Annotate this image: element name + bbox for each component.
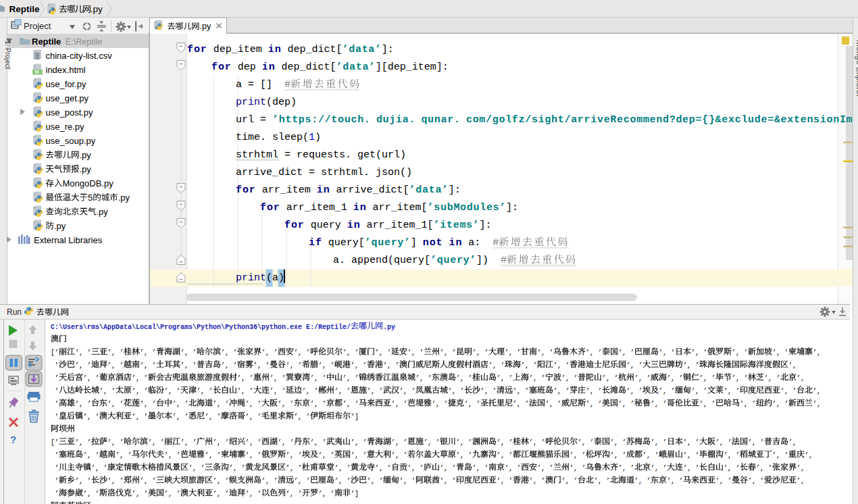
- svg-text:arrive_dict = strhtml.json(): arrive_dict = strhtml.json(): [187, 167, 412, 178]
- svg-text:’, ’: ’, ’: [107, 439, 124, 447]
- svg-text:’, ’: ’, ’: [107, 349, 124, 357]
- svg-text:’, ’: ’, ’: [278, 401, 294, 408]
- svg-text:’, ’: ’, ’: [221, 362, 237, 370]
- svg-text:’, ’: ’, ’: [699, 375, 715, 382]
- svg-text:’, ’: ’, ’: [261, 478, 278, 485]
- svg-text:’, ’: ’, ’: [529, 478, 545, 485]
- svg-text:’, ’: ’, ’: [772, 401, 788, 408]
- svg-text:’, ’: ’, ’: [351, 452, 367, 459]
- svg-text:’, ’: ’, ’: [140, 478, 156, 485]
- svg-text:’, ’: ’, ’: [399, 478, 415, 485]
- svg-text:’, ’: ’, ’: [310, 375, 326, 382]
- svg-text:’, ’: ’, ’: [83, 452, 99, 459]
- svg-text:’, ’: ’, ’: [334, 465, 351, 472]
- svg-text:’, ’: ’, ’: [302, 388, 318, 395]
- svg-text:’, ’: ’, ’: [213, 478, 229, 485]
- svg-text:’, ’: ’, ’: [375, 465, 391, 472]
- svg-text:’, ’: ’, ’: [724, 388, 740, 395]
- svg-text:’, ’: ’, ’: [180, 349, 197, 357]
- svg-text:’, ’: ’, ’: [472, 465, 488, 472]
- svg-text:’, ’: ’, ’: [334, 388, 351, 395]
- svg-text:’, ’: ’, ’: [188, 465, 205, 472]
- svg-text:’, ’: ’, ’: [367, 388, 383, 395]
- svg-text:’, ’: ’, ’: [383, 362, 399, 370]
- svg-text:’, ’: ’, ’: [286, 452, 302, 459]
- svg-text:’: ’: [55, 478, 59, 485]
- svg-text:H: H: [35, 70, 39, 74]
- svg-text:Mongo Explorer: Mongo Explorer: [855, 40, 858, 97]
- svg-text:’, ’: ’, ’: [456, 375, 472, 382]
- svg-text:.py: .py: [80, 150, 92, 160]
- svg-text:’,: ’,: [813, 388, 821, 395]
- svg-text:5: 5: [88, 193, 93, 203]
- svg-text:Reptile: Reptile: [32, 36, 61, 47]
- svg-text:’,: ’,: [813, 349, 821, 357]
- svg-text:’, ’: ’, ’: [294, 478, 310, 485]
- svg-text:’, ’: ’, ’: [732, 349, 748, 357]
- svg-text:’, ’: ’, ’: [132, 413, 148, 421]
- svg-text:’, ’: ’, ’: [497, 439, 513, 447]
- svg-text:.py: .py: [54, 221, 66, 231]
- svg-text:’, ’: ’, ’: [691, 349, 707, 357]
- svg-text:’]: ’]: [351, 413, 359, 421]
- svg-text:’, ’: ’, ’: [399, 388, 415, 395]
- svg-text:for dep_item in dep_dict[’data: for dep_item in dep_dict[’data’]:: [187, 44, 394, 55]
- svg-text:’, ’: ’, ’: [343, 375, 359, 382]
- svg-text:’, ’: ’, ’: [286, 465, 302, 472]
- svg-text:’, ’: ’, ’: [294, 349, 310, 357]
- svg-text:’, ’: ’, ’: [553, 362, 570, 370]
- svg-text:’, ’: ’, ’: [91, 465, 107, 472]
- svg-text:’, ’: ’, ’: [83, 490, 99, 498]
- svg-text:for dep in dep_dict[’data’][de: for dep in dep_dict[’data’][dep_item]:: [187, 61, 449, 73]
- svg-text:.py: .py: [97, 207, 109, 217]
- svg-text:’, ’: ’, ’: [553, 388, 570, 395]
- svg-text:’, ’: ’, ’: [699, 401, 715, 408]
- svg-text:’, ’: ’, ’: [651, 439, 667, 447]
- svg-text:’, ’: ’, ’: [626, 362, 642, 370]
- svg-text:’, ’: ’, ’: [391, 452, 407, 459]
- svg-text:’, ’: ’, ’: [294, 413, 310, 421]
- svg-text:’, ’: ’, ’: [75, 401, 91, 408]
- svg-text:’, ’: ’, ’: [221, 349, 237, 357]
- svg-text:’, ’: ’, ’: [642, 452, 659, 459]
- svg-text:if query[’query’] not in a: #: if query[’query’] not in a: #: [187, 237, 499, 249]
- svg-text:’, ’: ’, ’: [683, 452, 699, 459]
- svg-text:’, ’: ’, ’: [245, 490, 261, 498]
- svg-text:MongoDB.py: MongoDB.py: [63, 178, 114, 188]
- svg-text:’, ’: ’, ’: [618, 401, 634, 408]
- svg-text:’, ’: ’, ’: [440, 478, 456, 485]
- svg-text:’, ’: ’, ’: [748, 439, 764, 447]
- svg-text:a.append(query[’query’]) #: a.append(query[’query’]) #: [187, 255, 507, 266]
- svg-text:’, ’: ’, ’: [732, 375, 748, 382]
- svg-text:’, ’: ’, ’: [75, 439, 91, 447]
- svg-text:’, ’: ’, ’: [683, 465, 699, 472]
- svg-text:’: ’: [55, 375, 59, 382]
- svg-text:’, ’: ’, ’: [497, 375, 513, 382]
- svg-text:’: ’: [55, 401, 59, 408]
- svg-text:[’: [’: [51, 349, 59, 357]
- svg-text:’,: ’,: [797, 375, 805, 382]
- svg-text:’, ’: ’, ’: [164, 490, 180, 498]
- svg-text:’, ’: ’, ’: [343, 349, 359, 357]
- svg-text:’, ’: ’, ’: [205, 413, 221, 421]
- svg-text:’, ’: ’, ’: [270, 375, 286, 382]
- svg-text:’, ’: ’, ’: [245, 401, 261, 408]
- svg-text:’, ’: ’, ’: [634, 478, 651, 485]
- svg-text:’, ’: ’, ’: [667, 478, 683, 485]
- svg-text:use_for.py: use_for.py: [46, 79, 86, 89]
- svg-text:’, ’: ’, ’: [75, 478, 91, 485]
- svg-text:’, ’: ’, ’: [651, 465, 667, 472]
- svg-text:’, ’: ’, ’: [764, 375, 780, 382]
- svg-text:’, ’: ’, ’: [513, 401, 529, 408]
- svg-text:’, ’: ’, ’: [197, 388, 213, 395]
- svg-text:’,: ’,: [797, 465, 805, 472]
- svg-text:’, ’: ’, ’: [505, 465, 521, 472]
- svg-text:’, ’: ’, ’: [172, 401, 188, 408]
- svg-text:’, ’: ’, ’: [75, 349, 91, 357]
- svg-text:for query in arr_item_1[’items: for query in arr_item_1[’items’]:: [187, 220, 492, 231]
- svg-text:’, ’: ’, ’: [172, 413, 188, 421]
- svg-text:.py: .py: [91, 4, 103, 14]
- svg-text:url = ’https://touch.dujia.qun: url = ’https://touch.dujia.qunar.com/gol…: [187, 114, 858, 126]
- svg-text:’, ’: ’, ’: [318, 490, 334, 498]
- svg-text:print(dep): print(dep): [187, 97, 297, 108]
